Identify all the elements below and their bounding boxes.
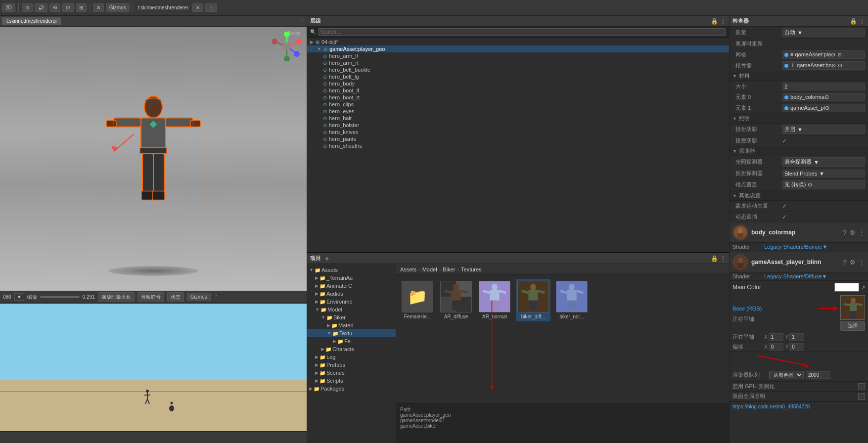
breadcrumb-biker[interactable]: Biker [443, 266, 455, 272]
material2-help-btn[interactable]: ? [843, 259, 847, 266]
hierarchy-item-belt-lg[interactable]: ⊙ hero_belt_lg [307, 73, 729, 80]
tree-fe[interactable]: ▶ 📁 Fe [307, 337, 396, 345]
elem1-value[interactable]: qameAsset_pl⊙ [782, 104, 865, 112]
light-probe-value[interactable]: 混合探测器 ▼ [782, 157, 865, 167]
asset-ar-normal[interactable]: AR_normal [477, 279, 512, 321]
tree-model[interactable]: ▼ 📁 Model [307, 306, 396, 313]
toolbar-btn-2[interactable]: 🔊 [35, 3, 47, 12]
project-add-btn[interactable]: + [325, 255, 329, 263]
playback-maximize-btn[interactable]: 播放时最大化 [98, 292, 135, 302]
toolbar-more-btn[interactable]: ⋮ [205, 3, 217, 12]
material1-more-btn[interactable]: ⋮ [859, 229, 865, 236]
dynamic-occlusion-check[interactable]: ✓ [782, 214, 787, 221]
breadcrumb-model[interactable]: Model [422, 266, 437, 272]
main-color-swatch[interactable] [834, 283, 859, 292]
hierarchy-item-knives[interactable]: ⊙ hero_knives [307, 129, 729, 135]
hierarchy-item-holster[interactable]: ⊙ hero_holster [307, 122, 729, 129]
material1-shader-value[interactable]: Legacy Shaders/Bumpe▼ [764, 244, 865, 250]
rq-value[interactable] [806, 371, 830, 379]
tree-characte[interactable]: ▶ 📁 Characte [307, 345, 396, 353]
toolbar-btn-4[interactable]: ∅ [62, 3, 74, 12]
hierarchy-more-btn[interactable]: ⋮ [720, 18, 726, 25]
elem0-value[interactable]: body_colorma⊙ [782, 93, 865, 101]
rq-select[interactable]: 从着色器 [769, 371, 804, 379]
hierarchy-item-boot-rt[interactable]: ⊙ hero_boot_rt [307, 94, 729, 101]
toolbar-btn-3[interactable]: ⟲ [49, 3, 60, 12]
tree-prefabs[interactable]: ▶ 📁 Prefabs [307, 361, 396, 369]
material1-help-btn[interactable]: ? [843, 229, 847, 236]
gpu-instancing-checkbox[interactable] [858, 383, 865, 390]
tree-assets[interactable]: ▼ 📁 Assets [307, 266, 396, 274]
asset-biker-nor[interactable]: biker_nor... [554, 279, 589, 321]
asset-biker-diff[interactable]: biker_diff... [516, 279, 550, 321]
hierarchy-item-hair[interactable]: ⊙ hero_hair [307, 115, 729, 122]
breadcrumb-assets[interactable]: Assets [400, 266, 416, 272]
tree-environ[interactable]: ▶ 📁 Environme [307, 298, 396, 306]
state-btn[interactable]: 状态 [167, 292, 184, 302]
tree-audios[interactable]: ▶ 📁 Audios [307, 290, 396, 298]
pos-dropdown[interactable]: ▼ [14, 293, 24, 301]
reflect-probe-value[interactable]: Blend Probes ▼ [782, 170, 865, 177]
hierarchy-item-eyes[interactable]: ⊙ hero_eyes [307, 108, 729, 115]
breadcrumb-textures[interactable]: Textures [461, 266, 482, 272]
project-lock-btn[interactable]: 🔒 [711, 255, 718, 262]
hierarchy-item-player-geo[interactable]: ▼ ⊙ gameAsset:player_geo [307, 45, 729, 52]
toolbar-btn-5[interactable]: ⊞ [76, 3, 87, 12]
viewport-tab-skinnedmesh[interactable]: t:skinnedmeshrenderer [2, 17, 61, 25]
hierarchy-item-belt-buckle[interactable]: ⊙ hero_belt_buckle [307, 66, 729, 73]
color-expand-icon[interactable]: ↗ [861, 285, 865, 290]
mode-2d-btn[interactable]: 2D [2, 3, 15, 12]
gizmos-viewport-btn[interactable]: Gizmos [187, 293, 211, 301]
audio-mute-btn[interactable]: 音频静音 [137, 292, 164, 302]
base-rgb-texture[interactable] [840, 295, 865, 320]
inspector-lock-btn[interactable]: 🔒 [850, 18, 857, 25]
tree-materi[interactable]: ▶ 📁 Materi [307, 321, 396, 329]
material2-settings-btn[interactable]: ⚙ [850, 259, 856, 266]
receive-shadow-check[interactable]: ✓ [782, 137, 787, 144]
tree-scripts[interactable]: ▶ 📁 Scripts [307, 377, 396, 385]
offset-y-input[interactable] [789, 343, 804, 351]
tree-scenes[interactable]: ▶ 📁 Scenes [307, 369, 396, 377]
size-value[interactable]: 2 [782, 83, 865, 90]
url-text[interactable]: https://blog.csdn.net/m0_48554728 [732, 404, 810, 409]
other-section-header[interactable]: ▼ 其他设置 [730, 191, 868, 201]
hierarchy-lock-btn[interactable]: 🔒 [711, 18, 718, 25]
tiling-x-input[interactable] [769, 333, 783, 341]
lighting-section-header[interactable]: ▼ 照明 [730, 114, 868, 124]
hierarchy-item-clips[interactable]: ⊙ hero_clips [307, 101, 729, 108]
hierarchy-item-body[interactable]: ⊙ hero_body [307, 80, 729, 87]
rootbone-value[interactable]: ⊥ qameAsset:bn⊙ ⊙ [782, 61, 865, 70]
tree-textu[interactable]: ▼ 📁 Textu [307, 329, 396, 337]
hierarchy-item-sheaths[interactable]: ⊙ hero_sheaths [307, 142, 729, 149]
hierarchy-item-pants[interactable]: ⊙ hero_pants [307, 135, 729, 142]
offset-x-input[interactable] [769, 343, 783, 351]
probes-section-header[interactable]: ▼ 探测器 [730, 146, 868, 156]
tree-animator[interactable]: ▶ 📁 AnimatorC [307, 282, 396, 290]
viewport-more[interactable]: ⋮ [214, 294, 219, 300]
material1-settings-btn[interactable]: ⚙ [850, 229, 856, 236]
quality-value[interactable]: 自动 ▼ [782, 28, 865, 37]
hierarchy-item-arm-lf[interactable]: ⊙ hero_arm_lf [307, 52, 729, 59]
material2-shader-value[interactable]: Legacy Shaders/Diffuse▼ [764, 273, 865, 279]
asset-ar-diffuse[interactable]: AR_diffuse [439, 279, 473, 321]
asset-femalehe[interactable]: 📁 FemaleHe... [400, 279, 435, 321]
tree-biker[interactable]: ▼ 📁 Biker [307, 313, 396, 321]
viewport-tab-more[interactable]: ⋮ [300, 18, 305, 24]
skinned-motion-check[interactable]: ✓ [782, 203, 787, 210]
skinnedmesh-tab[interactable]: t:skinnedmeshrenderer [136, 5, 190, 10]
inspector-more-btn[interactable]: ⋮ [859, 18, 865, 25]
toolbar-btn-6[interactable]: ✕ [93, 3, 104, 12]
anchor-value[interactable]: 无 (转换) ⊙ [782, 180, 865, 189]
material2-more-btn[interactable]: ⋮ [859, 259, 865, 266]
hierarchy-item-boot-lf[interactable]: ⊙ hero_boot_lf [307, 87, 729, 94]
tree-packages[interactable]: ▶ 📁 Packages [307, 385, 396, 393]
tree-log[interactable]: ▶ 📁 Log [307, 353, 396, 361]
double-sided-checkbox[interactable] [858, 393, 865, 400]
hierarchy-item-arm-rt[interactable]: ⊙ hero_arm_rt [307, 59, 729, 66]
project-more-btn[interactable]: ⋮ [720, 255, 726, 262]
hierarchy-search-input[interactable] [318, 28, 726, 36]
mesh-value[interactable]: ≡ qameAsset:pla⊙ ⊙ [782, 50, 865, 59]
toolbar-btn-1[interactable]: ⊙ [22, 3, 33, 12]
zoom-slider[interactable] [40, 296, 80, 298]
cast-shadow-value[interactable]: 开启 ▼ [782, 125, 865, 134]
